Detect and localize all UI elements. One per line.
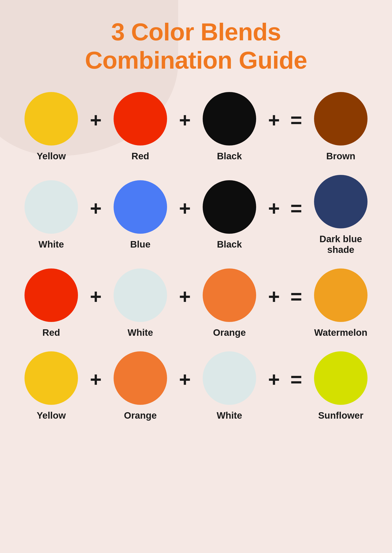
plus-operator-2-1: + [85, 197, 107, 233]
color-label-red: Red [42, 327, 60, 338]
blend-row-2: White+Blue+Black+=Dark blue shade [18, 175, 374, 255]
color-circle-black [203, 180, 256, 234]
color-label-black: Black [217, 239, 242, 250]
color-label-black: Black [217, 151, 242, 162]
color-circle-white [25, 180, 78, 234]
plus-operator-3-2: + [174, 285, 196, 321]
color-circle-red [25, 269, 78, 322]
plus-operator-1-1: + [85, 109, 107, 145]
result-circle-watermelon [314, 269, 367, 322]
color-label-yellow: Yellow [37, 410, 66, 421]
color-circle-black [203, 92, 256, 145]
blend-rows-container: Yellow+Red+Black+=BrownWhite+Blue+Black+… [0, 92, 392, 421]
plus-operator-3-1: + [85, 285, 107, 321]
equals-operator-1: = [285, 109, 307, 145]
plus-operator-4-2: + [174, 368, 196, 404]
color-item-1-3: Black [196, 92, 263, 162]
color-item-4-1: Yellow [18, 351, 85, 421]
plus-operator-4-1: + [85, 368, 107, 404]
color-circle-white [203, 351, 256, 405]
equals-operator-3: = [285, 285, 307, 321]
color-item-4-2: Orange [107, 351, 174, 421]
color-item-2-2: Blue [107, 180, 174, 250]
page-title: 3 Color Blends Combination Guide [85, 18, 307, 74]
blend-row-1: Yellow+Red+Black+=Brown [18, 92, 374, 162]
plus-operator-1-3: + [263, 109, 285, 145]
result-circle-brown [314, 92, 367, 145]
color-circle-red [114, 92, 167, 145]
plus-operator-1-2: + [174, 109, 196, 145]
result-label-brown: Brown [326, 151, 356, 162]
plus-operator-3-3: + [263, 285, 285, 321]
blend-row-3: Red+White+Orange+=Watermelon [18, 269, 374, 338]
color-label-orange: Orange [213, 327, 246, 338]
main-content: 3 Color Blends Combination Guide Yellow+… [0, 0, 392, 421]
result-circle-sunflower [314, 351, 367, 405]
plus-operator-2-3: + [263, 197, 285, 233]
color-circle-orange [203, 269, 256, 322]
color-circle-yellow [25, 92, 78, 145]
result-item-3: Watermelon [307, 269, 374, 338]
color-circle-white [114, 269, 167, 322]
result-label-dark-blue-shade: Dark blue shade [307, 234, 374, 255]
color-label-orange: Orange [124, 410, 157, 421]
color-item-2-3: Black [196, 180, 263, 250]
color-item-4-3: White [196, 351, 263, 421]
result-label-sunflower: Sunflower [318, 410, 363, 421]
color-item-1-1: Yellow [18, 92, 85, 162]
plus-operator-4-3: + [263, 368, 285, 404]
plus-operator-2-2: + [174, 197, 196, 233]
color-label-white: White [39, 239, 64, 250]
color-circle-yellow [25, 351, 78, 405]
result-item-4: Sunflower [307, 351, 374, 421]
color-label-white: White [217, 410, 242, 421]
color-circle-orange [114, 351, 167, 405]
result-item-1: Brown [307, 92, 374, 162]
color-item-3-3: Orange [196, 269, 263, 338]
color-label-white: White [128, 327, 153, 338]
color-item-3-1: Red [18, 269, 85, 338]
color-item-1-2: Red [107, 92, 174, 162]
color-item-3-2: White [107, 269, 174, 338]
color-item-2-1: White [18, 180, 85, 250]
color-label-yellow: Yellow [37, 151, 66, 162]
color-label-blue: Blue [130, 239, 150, 250]
result-circle-dark-blue-shade [314, 175, 367, 228]
color-label-red: Red [131, 151, 149, 162]
equals-operator-2: = [285, 197, 307, 233]
result-item-2: Dark blue shade [307, 175, 374, 255]
equals-operator-4: = [285, 368, 307, 404]
result-label-watermelon: Watermelon [314, 327, 367, 338]
blend-row-4: Yellow+Orange+White+=Sunflower [18, 351, 374, 421]
color-circle-blue [114, 180, 167, 234]
